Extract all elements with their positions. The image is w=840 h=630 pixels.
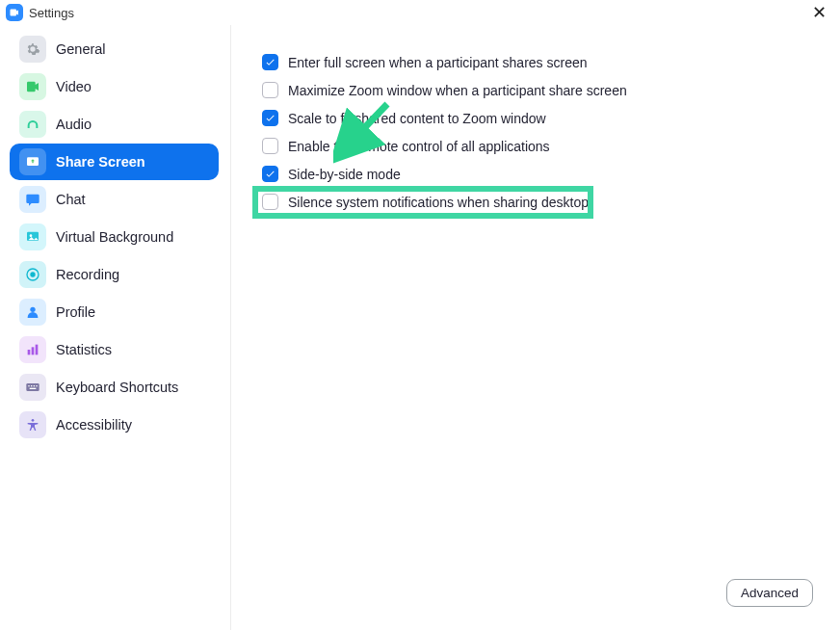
option-label: Enable the remote control of all applica… bbox=[288, 139, 550, 154]
option-row: Scale to fit shared content to Zoom wind… bbox=[262, 110, 821, 126]
sidebar-item-keyboard-shortcuts[interactable]: Keyboard Shortcuts bbox=[10, 369, 219, 406]
sidebar-item-label: Accessibility bbox=[56, 417, 132, 433]
svg-point-5 bbox=[30, 307, 35, 312]
option-row: Enable the remote control of all applica… bbox=[262, 138, 821, 154]
profile-icon bbox=[19, 299, 46, 326]
svg-rect-7 bbox=[32, 347, 35, 354]
checkbox[interactable] bbox=[262, 166, 278, 182]
sidebar-item-general[interactable]: General bbox=[10, 31, 219, 67]
svg-rect-8 bbox=[36, 345, 39, 355]
svg-rect-12 bbox=[34, 385, 35, 386]
checkbox[interactable] bbox=[262, 54, 278, 70]
svg-rect-11 bbox=[31, 385, 32, 386]
option-label: Maximize Zoom window when a participant … bbox=[288, 83, 627, 98]
window-title: Settings bbox=[29, 6, 74, 20]
sidebar-item-chat[interactable]: Chat bbox=[10, 181, 219, 218]
access-icon bbox=[19, 411, 46, 438]
sidebar-item-virtual-background[interactable]: Virtual Background bbox=[10, 219, 219, 255]
checkbox[interactable] bbox=[262, 82, 278, 98]
sidebar-item-label: Statistics bbox=[56, 342, 112, 357]
svg-point-4 bbox=[30, 272, 35, 276]
option-row: Enter full screen when a participant sha… bbox=[262, 54, 821, 70]
svg-rect-6 bbox=[28, 350, 31, 354]
bg-icon bbox=[19, 223, 46, 250]
video-icon bbox=[19, 73, 46, 100]
sidebar-item-accessibility[interactable]: Accessibility bbox=[10, 407, 219, 443]
option-label: Enter full screen when a participant sha… bbox=[288, 55, 588, 70]
sidebar-item-label: Keyboard Shortcuts bbox=[56, 380, 178, 395]
option-row: Maximize Zoom window when a participant … bbox=[262, 82, 821, 98]
app-icon bbox=[6, 4, 23, 21]
chat-icon bbox=[19, 186, 46, 213]
sidebar-item-label: Audio bbox=[56, 117, 92, 132]
svg-rect-13 bbox=[36, 385, 37, 386]
advanced-button[interactable]: Advanced bbox=[726, 579, 813, 607]
record-icon bbox=[19, 261, 46, 288]
option-row: Side-by-side mode bbox=[262, 166, 821, 182]
sidebar-item-recording[interactable]: Recording bbox=[10, 256, 219, 293]
content-pane: Enter full screen when a participant sha… bbox=[231, 25, 840, 630]
sidebar-item-label: Chat bbox=[56, 192, 86, 207]
svg-rect-9 bbox=[26, 383, 39, 391]
keyboard-icon bbox=[19, 374, 46, 401]
close-button[interactable]: ✕ bbox=[808, 2, 830, 23]
sidebar-item-label: Share Screen bbox=[56, 154, 145, 170]
audio-icon bbox=[19, 111, 46, 138]
sidebar-item-label: Virtual Background bbox=[56, 229, 173, 245]
sidebar-item-video[interactable]: Video bbox=[10, 68, 219, 105]
sidebar-item-label: Profile bbox=[56, 304, 95, 320]
sidebar-item-profile[interactable]: Profile bbox=[10, 294, 219, 330]
sidebar-item-label: Video bbox=[56, 79, 92, 94]
sidebar-item-label: General bbox=[56, 41, 106, 57]
svg-point-2 bbox=[30, 234, 33, 237]
options-list: Enter full screen when a participant sha… bbox=[262, 54, 821, 210]
checkbox[interactable] bbox=[262, 194, 278, 210]
svg-point-15 bbox=[32, 419, 35, 422]
share-icon bbox=[19, 148, 46, 175]
option-label: Side-by-side mode bbox=[288, 167, 401, 182]
svg-rect-10 bbox=[28, 385, 29, 386]
titlebar: Settings ✕ bbox=[0, 0, 840, 25]
stats-icon bbox=[19, 336, 46, 363]
svg-rect-14 bbox=[30, 388, 37, 389]
option-row: Silence system notifications when sharin… bbox=[262, 194, 821, 210]
sidebar-item-label: Recording bbox=[56, 267, 119, 282]
sidebar-item-audio[interactable]: Audio bbox=[10, 106, 219, 143]
sidebar-item-statistics[interactable]: Statistics bbox=[10, 331, 219, 368]
sidebar: GeneralVideoAudioShare ScreenChatVirtual… bbox=[0, 25, 231, 630]
option-label: Scale to fit shared content to Zoom wind… bbox=[288, 111, 546, 126]
sidebar-item-share-screen[interactable]: Share Screen bbox=[10, 144, 219, 180]
checkbox[interactable] bbox=[262, 110, 278, 126]
option-label: Silence system notifications when sharin… bbox=[288, 195, 589, 210]
checkbox[interactable] bbox=[262, 138, 278, 154]
gear-icon bbox=[19, 36, 46, 63]
